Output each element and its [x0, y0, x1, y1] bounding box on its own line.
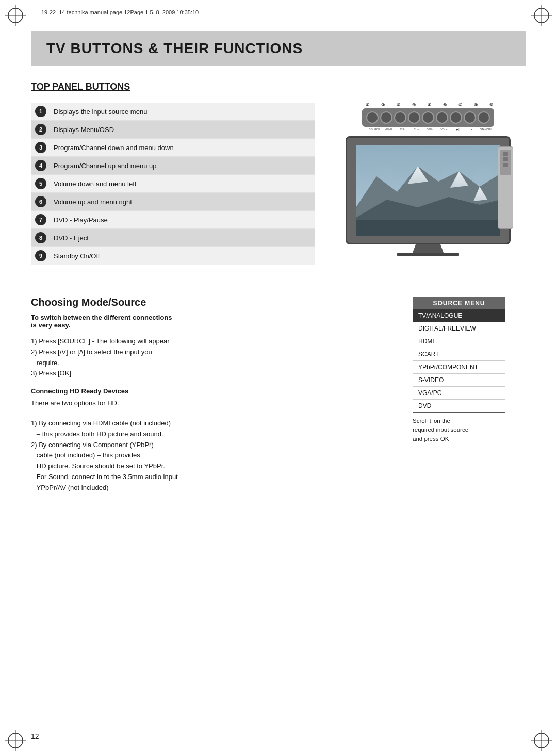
button-item: 7 DVD - Play/Pause — [31, 211, 315, 229]
button-item: 3 Program/Channel down and menu down — [31, 139, 315, 157]
button-label: Program/Channel down and menu down — [54, 144, 174, 152]
source-menu-item: TV/ANALOGUE — [413, 309, 505, 322]
source-scroll-text: Scroll ↕ on therequired input sourceand … — [413, 417, 505, 443]
tv-illustration — [346, 136, 511, 244]
choosing-title: Choosing Mode/Source — [31, 297, 397, 308]
svg-rect-18 — [356, 220, 500, 236]
page-number: 12 — [31, 732, 39, 741]
hd-steps: 1) By connecting via HDMI cable (not inc… — [31, 418, 397, 494]
button-number: 8 — [35, 232, 46, 243]
tv-area: ① ② ③ ④ ⑤ ⑥ ⑦ ⑧ ⑨ — [330, 103, 526, 265]
source-menu-area: SOURCE MENU TV/ANALOGUEDIGITAL/FREEVIEWH… — [413, 297, 526, 494]
button-number: 4 — [35, 160, 46, 171]
choosing-text: Choosing Mode/Source To switch between t… — [31, 297, 397, 494]
button-number: 5 — [35, 178, 46, 189]
header-meta: 19-22_14 technika manual page 12Page 1 5… — [41, 9, 516, 15]
hd-intro: There are two options for HD. — [31, 398, 397, 409]
corner-mark-bl — [5, 730, 26, 751]
button-number: 9 — [35, 250, 46, 261]
source-menu-header: SOURCE MENU — [413, 297, 505, 309]
choosing-intro: To switch between the different connecti… — [31, 314, 397, 329]
button-label: Displays Menu/OSD — [54, 126, 114, 134]
button-label: Volume up and menu right — [54, 198, 132, 206]
button-item: 1 Displays the input source menu — [31, 103, 315, 121]
button-number: 1 — [35, 106, 46, 117]
source-menu-item: HDMI — [413, 335, 505, 348]
button-number: 3 — [35, 142, 46, 153]
source-menu-item: SCART — [413, 348, 505, 361]
source-menu-table: SOURCE MENU TV/ANALOGUEDIGITAL/FREEVIEWH… — [413, 297, 505, 413]
tv-screen — [356, 145, 500, 236]
source-menu-item: YPbPr/COMPONENT — [413, 361, 505, 374]
button-label: DVD - Eject — [54, 234, 89, 242]
corner-mark-tl — [5, 5, 26, 26]
button-list: 1 Displays the input source menu 2 Displ… — [31, 103, 315, 265]
button-number: 7 — [35, 214, 46, 225]
page-title: TV BUTTONS & THEIR FUNCTIONS — [46, 40, 511, 57]
tv-illustration-container — [346, 136, 511, 256]
button-number: 2 — [35, 124, 46, 135]
choosing-steps: 1) Press [SOURCE] - The following will a… — [31, 336, 397, 379]
hd-heading: Connecting HD Ready Devices — [31, 387, 397, 395]
top-panel-heading: TOP PANEL BUTTONS — [31, 81, 526, 92]
source-menu-item: VGA/PC — [413, 387, 505, 400]
button-item: 2 Displays Menu/OSD — [31, 121, 315, 139]
choosing-section: Choosing Mode/Source To switch between t… — [31, 297, 526, 494]
button-label: Volume down and menu left — [54, 180, 136, 188]
corner-mark-tr — [531, 5, 552, 26]
source-menu-item: DIGITAL/FREEVIEW — [413, 322, 505, 335]
top-panel-section: 1 Displays the input source menu 2 Displ… — [31, 103, 526, 265]
button-item: 6 Volume up and menu right — [31, 193, 315, 211]
button-item: 5 Volume down and menu left — [31, 175, 315, 193]
button-label: DVD - Play/Pause — [54, 216, 108, 224]
button-number: 6 — [35, 196, 46, 207]
source-menu-item: S-VIDEO — [413, 374, 505, 387]
button-item: 8 DVD - Eject — [31, 229, 315, 247]
side-panel-strip — [498, 146, 513, 229]
button-label: Displays the input source menu — [54, 108, 147, 116]
page-content: TV BUTTONS & THEIR FUNCTIONS TOP PANEL B… — [31, 31, 526, 725]
button-item: 4 Program/Channel up and menu up — [31, 157, 315, 175]
button-label: Standby On/Off — [54, 252, 100, 260]
button-item: 9 Standby On/Off — [31, 247, 315, 265]
title-section: TV BUTTONS & THEIR FUNCTIONS — [31, 31, 526, 66]
button-label: Program/Channel up and menu up — [54, 162, 156, 170]
source-menu-item: DVD — [413, 400, 505, 412]
corner-mark-br — [531, 730, 552, 751]
